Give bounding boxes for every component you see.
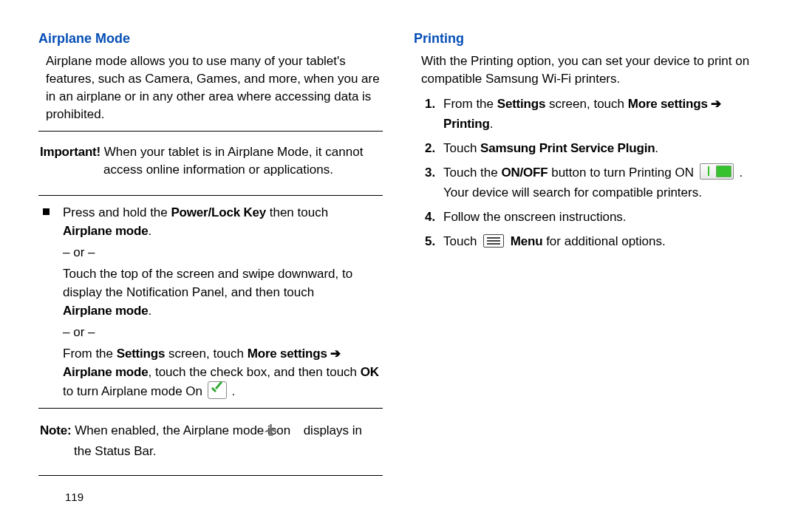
divider (38, 408, 383, 409)
alt-instruction: From the Settings screen, touch More set… (63, 344, 383, 400)
note-callout: Note: When enabled, the Airplane mode ic… (38, 416, 383, 468)
text: From the (63, 347, 117, 361)
steps-list: From the Settings screen, touch More set… (414, 94, 758, 251)
checkbox-checked-icon (208, 381, 227, 399)
printing-label: Printing (443, 117, 490, 131)
or-separator: – or – (63, 243, 383, 262)
text: for additional options. (542, 234, 665, 248)
text: to turn Airplane mode On (63, 384, 206, 398)
airplane-mode-label: Airplane mode (63, 365, 148, 379)
text: When enabled, the Airplane mode icon (71, 423, 293, 437)
plugin-label: Samsung Print Service Plugin (480, 141, 655, 155)
text: . (228, 384, 235, 398)
important-label: Important! (40, 145, 100, 159)
step-3: Touch the ON/OFF button to turn Printing… (439, 163, 758, 202)
airplane-mode-label: Airplane mode (63, 304, 148, 318)
bullet-body: Press and hold the Power/Lock Key then t… (63, 203, 383, 400)
power-lock-key: Power/Lock Key (171, 205, 266, 219)
onoff-label: ON/OFF (501, 166, 548, 180)
settings-label: Settings (117, 347, 165, 361)
note-label: Note: (40, 423, 71, 437)
text: then touch (266, 205, 328, 219)
menu-label: Menu (511, 234, 543, 248)
ok-label: OK (361, 365, 379, 379)
step-4: Follow the onscreen instructions. (439, 207, 758, 227)
step-5: Touch Menu for additional options. (439, 231, 758, 251)
left-column: Airplane Mode Airplane mode allows you t… (38, 27, 383, 503)
step-2: Touch Samsung Print Service Plugin. (439, 138, 758, 158)
text: button to turn Printing ON (548, 166, 697, 180)
divider (38, 131, 383, 132)
section-heading-airplane: Airplane Mode (38, 31, 383, 47)
toggle-on-icon (700, 163, 734, 180)
or-separator: – or – (63, 323, 383, 341)
settings-label: Settings (497, 97, 545, 111)
text: From the (443, 97, 497, 111)
right-column: Printing With the Printing option, you c… (414, 27, 758, 503)
divider (38, 475, 383, 476)
text: screen, touch (165, 347, 248, 361)
divider (38, 195, 383, 196)
airplane-intro: Airplane mode allows you to use many of … (38, 52, 383, 123)
text: Touch (443, 141, 480, 155)
more-settings-label: More settings (248, 347, 327, 361)
text: Press and hold the (63, 205, 171, 219)
airplane-mode-label: Airplane mode (63, 224, 148, 238)
menu-icon (483, 234, 504, 248)
page-number: 119 (65, 491, 383, 503)
section-heading-printing: Printing (414, 31, 758, 47)
arrow-icon: ➔ (708, 97, 722, 111)
text: . (655, 141, 658, 155)
text: . (148, 224, 151, 238)
alt-instruction: Touch the top of the screen and swipe do… (63, 265, 383, 320)
more-settings-label: More settings (628, 97, 708, 111)
text: , touch the check box, and then touch (148, 365, 360, 379)
note-text: Note: When enabled, the Airplane mode ic… (40, 422, 381, 460)
arrow-icon: ➔ (327, 347, 341, 361)
important-body: When your tablet is in Airplane Mode, it… (100, 145, 363, 177)
text: . (148, 304, 151, 318)
text: Touch the (443, 166, 501, 180)
text: . (490, 117, 494, 131)
bullet-item: Press and hold the Power/Lock Key then t… (38, 203, 383, 400)
text: screen, touch (545, 97, 628, 111)
important-callout: Important! When your tablet is in Airpla… (38, 139, 383, 188)
important-text: Important! When your tablet is in Airpla… (40, 143, 381, 179)
square-bullet-icon (43, 208, 50, 215)
manual-page: Airplane Mode Airplane mode allows you t… (0, 0, 798, 518)
text: Touch (443, 234, 480, 248)
printing-intro: With the Printing option, you can set yo… (414, 52, 758, 88)
step-1: From the Settings screen, touch More set… (439, 94, 758, 134)
text: Touch the top of the screen and swipe do… (63, 267, 352, 299)
